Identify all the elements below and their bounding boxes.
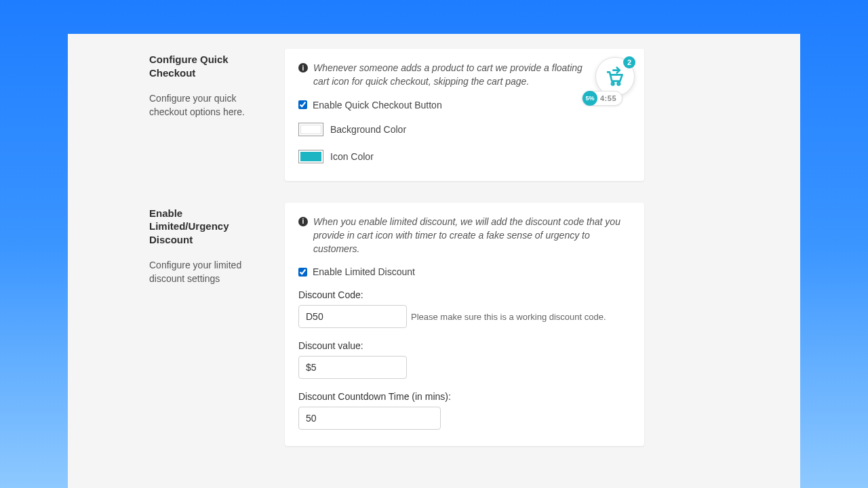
background-color-row: Background Color xyxy=(298,123,631,136)
quick-checkout-title: Configure Quick Checkout xyxy=(149,53,258,79)
enable-quick-checkout-checkbox[interactable] xyxy=(298,100,307,109)
discount-countdown-label: Discount Countdown Time (in mins): xyxy=(298,391,631,402)
discount-code-group: Discount Code: Please make sure this is … xyxy=(298,289,631,328)
background-color-label: Background Color xyxy=(330,124,406,135)
quick-checkout-section: Configure Quick Checkout Configure your … xyxy=(68,49,800,181)
discount-countdown-group: Discount Countdown Time (in mins): xyxy=(298,391,631,430)
urgency-desc: Configure your limited discount settings xyxy=(149,258,258,286)
discount-value-label: Discount value: xyxy=(298,340,631,351)
cart-widget-preview: 2 5% 4:55 xyxy=(587,54,635,102)
quick-checkout-card: i Whenever someone adds a product to car… xyxy=(285,49,644,181)
discount-code-hint: Please make sure this is a working disco… xyxy=(411,312,606,322)
discount-code-input[interactable] xyxy=(298,305,407,328)
svg-point-1 xyxy=(618,83,620,85)
urgency-title: Enable Limited/Urgency Discount xyxy=(149,207,258,247)
quick-info-row: i Whenever someone adds a product to car… xyxy=(298,61,590,89)
urgency-card: i When you enable limited discount, we w… xyxy=(285,203,644,447)
urgency-discount-section: Enable Limited/Urgency Discount Configur… xyxy=(68,203,800,447)
background-color-swatch xyxy=(300,125,321,134)
enable-quick-checkout-label: Enable Quick Checkout Button xyxy=(313,100,442,110)
icon-color-row: Icon Color xyxy=(298,150,631,163)
enable-limited-discount-row[interactable]: Enable Limited Discount xyxy=(298,266,631,277)
quick-checkout-header: Configure Quick Checkout Configure your … xyxy=(81,49,271,181)
cart-discount-badge: 5% xyxy=(583,91,597,106)
urgency-header: Enable Limited/Urgency Discount Configur… xyxy=(81,203,271,447)
icon-color-picker[interactable] xyxy=(298,150,323,163)
background-color-picker[interactable] xyxy=(298,123,323,136)
cart-icon xyxy=(604,66,626,87)
discount-countdown-input[interactable] xyxy=(298,407,441,430)
enable-limited-discount-label: Enable Limited Discount xyxy=(313,266,415,277)
urgency-info-row: i When you enable limited discount, we w… xyxy=(298,215,631,256)
urgency-info-text: When you enable limited discount, we wil… xyxy=(313,215,631,256)
enable-quick-checkout-row[interactable]: Enable Quick Checkout Button xyxy=(298,100,631,110)
discount-value-input[interactable] xyxy=(298,356,407,379)
quick-checkout-desc: Configure your quick checkout options he… xyxy=(149,92,258,119)
cart-badge: 2 xyxy=(623,56,635,68)
discount-value-group: Discount value: xyxy=(298,340,631,379)
quick-info-text: Whenever someone adds a product to cart … xyxy=(313,61,590,89)
settings-page: Configure Quick Checkout Configure your … xyxy=(68,34,800,488)
icon-color-label: Icon Color xyxy=(330,151,374,162)
icon-color-swatch xyxy=(300,152,321,161)
cart-timer: 4:55 xyxy=(600,94,616,102)
cart-timer-pill: 5% 4:55 xyxy=(582,91,623,106)
discount-code-label: Discount Code: xyxy=(298,289,631,300)
info-icon: i xyxy=(298,63,308,73)
info-icon: i xyxy=(298,217,308,226)
svg-point-0 xyxy=(612,83,614,85)
enable-limited-discount-checkbox[interactable] xyxy=(298,268,307,277)
